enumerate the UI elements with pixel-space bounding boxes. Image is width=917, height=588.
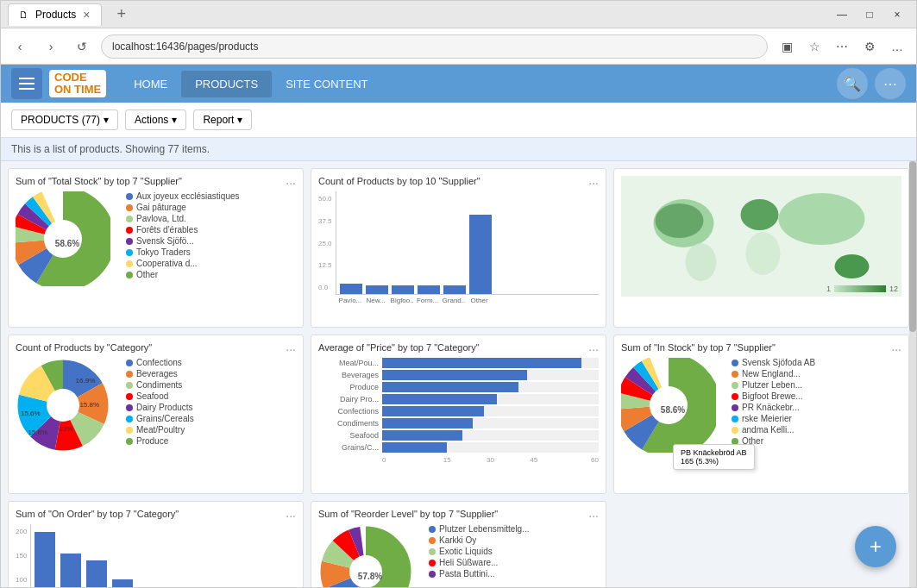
browser-tab[interactable]: 🗋 Products × (8, 3, 102, 26)
legend-item: Heli Süßware... (429, 558, 530, 567)
bar-7 (35, 532, 55, 587)
chart1-title: Sum of "Total Stock" by top 7 "Supplier" (16, 176, 296, 186)
chart-in-stock: Sum of "In Stock" by top 7 "Supplier" ··… (613, 335, 909, 494)
favorites-icon[interactable]: ☆ (802, 34, 826, 59)
minimize-button[interactable]: — (830, 6, 854, 23)
legend-item: Condiments (126, 380, 194, 390)
browser-window: 🗋 Products × + — □ × ‹ › ↺ localhost:164… (0, 0, 917, 588)
add-button[interactable]: + (855, 526, 896, 567)
report-dropdown[interactable]: Report ▾ (193, 109, 252, 130)
bar-row: Grains/C... (318, 442, 599, 453)
legend-item: Plutzer Leben... (732, 380, 815, 390)
products-dropdown[interactable]: PRODUCTS (77) ▾ (11, 109, 118, 130)
legend-item: Seafood (126, 391, 194, 401)
chart6-menu[interactable]: ··· (891, 342, 901, 356)
bar-item (392, 285, 414, 294)
nav-site-content[interactable]: SITE CONTENT (272, 71, 381, 97)
window-controls: — □ × (830, 6, 909, 23)
sidebar-icon[interactable]: ▣ (775, 34, 799, 59)
chart6-legend: Svensk Sjöfoda AB New England... Plutzer… (732, 358, 815, 446)
scrollbar-thumb[interactable] (909, 161, 916, 332)
logo-text: CODE ON TIME (54, 72, 101, 97)
legend-item: Svensk Sjöfö... (126, 236, 240, 246)
search-button[interactable]: 🔍 (837, 68, 868, 99)
legend-item: Tokyo Traders (126, 247, 240, 257)
legend-item: Confections (126, 358, 194, 367)
more-options-button[interactable]: ⋯ (875, 68, 906, 99)
chart4-pie: 16.9% 15.8% 13% 15.6% 15.6% (16, 358, 119, 461)
forward-button[interactable]: › (39, 34, 63, 59)
chart4-menu[interactable]: ··· (286, 342, 296, 356)
nav-links: HOME PRODUCTS SITE CONTENT (120, 71, 381, 97)
chart-count-supplier: Count of Products by top 10 "Supplier" ·… (311, 168, 606, 328)
info-bar: This is a list of products. Showing 77 i… (1, 138, 916, 161)
bar-row: Condiments (318, 418, 599, 428)
svg-point-15 (741, 199, 779, 230)
chart7-menu[interactable]: ··· (286, 509, 296, 522)
more-icon[interactable]: … (885, 34, 909, 59)
chart2-menu[interactable]: ··· (588, 176, 599, 190)
chart8-menu[interactable]: ··· (588, 509, 599, 522)
chart1-menu[interactable]: ··· (286, 176, 296, 190)
hamburger-button[interactable] (11, 68, 42, 99)
app-logo: CODE ON TIME (49, 70, 106, 98)
chart1-center: 58.6% (55, 239, 79, 248)
bar-item (443, 285, 466, 294)
extensions-icon[interactable]: ⚙ (857, 34, 882, 59)
menu-icon[interactable]: ⋯ (830, 34, 854, 59)
y-axis: 50.0 37.5 25.0 12.5 0.0 (318, 191, 332, 295)
chart8-legend: Plutzer Lebensmittelg... Karkki Oy Exoti… (429, 524, 530, 579)
bar-7 (60, 554, 81, 587)
svg-point-17 (779, 193, 865, 245)
back-button[interactable]: ‹ (8, 34, 32, 59)
chart-avg-price: Average of "Price" by top 7 "Category" ·… (311, 335, 606, 494)
nav-home[interactable]: HOME (120, 71, 181, 97)
chart-total-stock: Sum of "Total Stock" by top 7 "Supplier"… (8, 168, 304, 328)
chart5-menu[interactable]: ··· (588, 342, 599, 356)
actions-dropdown[interactable]: Actions ▾ (125, 109, 186, 130)
bar-item (340, 284, 362, 294)
chart6-pie: 58.6% PB Knäckebröd AB165 (5.3%) (621, 358, 725, 461)
menu-icon (19, 78, 35, 90)
bar-row: Beverages (318, 370, 599, 380)
url-input[interactable]: localhost:16436/pages/products (101, 34, 768, 59)
svg-point-28 (47, 389, 79, 422)
legend-item: Aux joyeux ecclésiastiques (126, 191, 240, 201)
legend-item: Cooperativa d... (126, 259, 240, 268)
refresh-button[interactable]: ↺ (70, 34, 94, 59)
close-window-button[interactable]: × (885, 6, 909, 23)
chart7-content: 200 150 100 50 (16, 524, 296, 587)
tab-close-icon[interactable]: × (83, 8, 90, 22)
legend-item: Svensk Sjöfoda AB (732, 358, 815, 367)
chart6-content: 58.6% PB Knäckebröd AB165 (5.3%) Svensk … (621, 358, 901, 461)
legend-item: Bigfoot Brewe... (732, 391, 815, 401)
legend-item: Produce (126, 436, 194, 446)
svg-point-19 (656, 203, 704, 238)
charts-grid: Sum of "Total Stock" by top 7 "Supplier"… (8, 168, 909, 587)
nav-products[interactable]: PRODUCTS (181, 71, 272, 97)
bar-group (336, 191, 599, 295)
chart-map: ··· (613, 168, 909, 328)
svg-point-16 (746, 232, 781, 275)
app-header: CODE ON TIME HOME PRODUCTS SITE CONTENT … (1, 65, 916, 103)
bar-row: Produce (318, 382, 599, 392)
chart8-center: 57.8% (358, 572, 382, 581)
chart1-pie: 58.6% (16, 191, 119, 295)
legend-item: andma Kelli... (732, 425, 815, 435)
bar-row: Seafood (318, 430, 599, 441)
chart8-pie: 57.8% (318, 524, 422, 587)
world-map: 1 12 (621, 176, 901, 297)
new-tab-button[interactable]: + (109, 2, 135, 27)
y-axis-7: 200 150 100 50 (16, 524, 27, 587)
main-content: Sum of "Total Stock" by top 7 "Supplier"… (1, 161, 916, 587)
chart4-content: 16.9% 15.8% 13% 15.6% 15.6% Confections … (16, 358, 296, 461)
legend-item: Pavlova, Ltd. (126, 214, 240, 223)
legend-item: rske Meierier (732, 414, 815, 423)
chart2-content: 50.0 37.5 25.0 12.5 0.0 (318, 191, 599, 306)
maximize-button[interactable]: □ (857, 6, 882, 23)
legend-item: Beverages (126, 369, 194, 378)
vertical-scrollbar[interactable] (909, 161, 916, 587)
bar-7 (86, 560, 107, 587)
pie-label: 16.9% (76, 377, 96, 385)
legend-item: Meat/Poultry (126, 425, 194, 435)
